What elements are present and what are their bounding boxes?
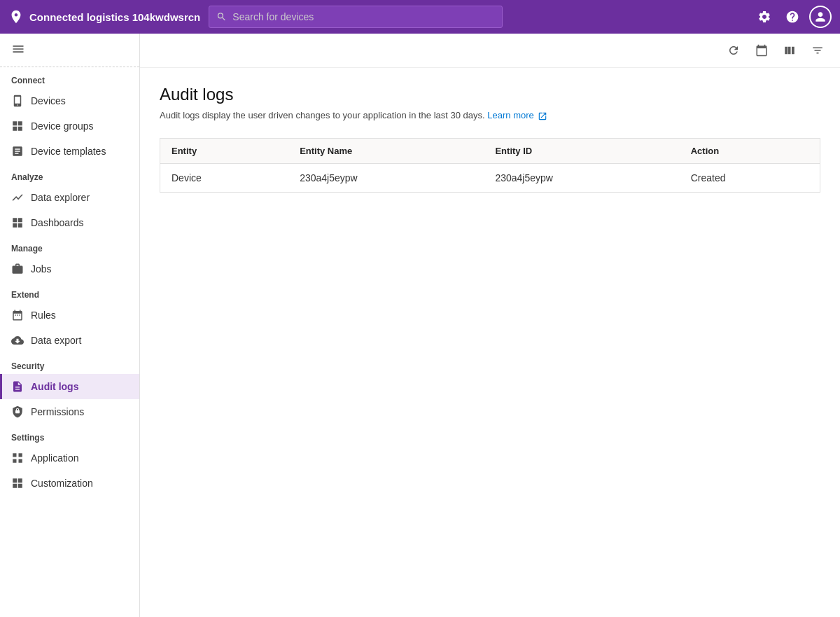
section-security-label: Security	[0, 353, 139, 374]
jobs-icon	[11, 263, 24, 275]
search-input[interactable]	[232, 11, 495, 22]
sidebar-item-audit-logs-label: Audit logs	[31, 381, 78, 392]
sidebar-item-permissions[interactable]: Permissions	[0, 399, 139, 424]
search-bar[interactable]	[209, 6, 503, 28]
data-export-icon	[11, 334, 24, 347]
page-content: Audit logs Audit logs display the user d…	[140, 68, 840, 209]
sidebar-item-dashboards-label: Dashboards	[31, 217, 84, 228]
permissions-icon	[11, 405, 24, 418]
sidebar-item-customization-label: Customization	[31, 478, 93, 489]
data-explorer-icon	[11, 191, 24, 204]
dashboards-icon	[11, 216, 24, 229]
sidebar-item-application-label: Application	[31, 452, 79, 464]
section-connect-label: Connect	[0, 67, 139, 88]
page-title: Audit logs	[160, 85, 820, 104]
main-content-area: Audit logs Audit logs display the user d…	[140, 34, 840, 617]
external-link-icon	[538, 111, 547, 121]
table-header-row: Entity Entity Name Entity ID Action	[160, 138, 820, 163]
audit-logs-icon	[11, 380, 24, 393]
topbar: Connected logistics 104kwdwsrcn	[0, 0, 840, 34]
location-pin-icon	[8, 9, 24, 25]
refresh-icon	[727, 44, 740, 57]
user-avatar[interactable]	[809, 6, 832, 28]
filter-button[interactable]	[806, 39, 829, 62]
sidebar-item-data-explorer-label: Data explorer	[31, 192, 90, 203]
sidebar-item-device-groups[interactable]: Device groups	[0, 113, 139, 139]
columns-button[interactable]	[778, 39, 801, 62]
col-entity-id: Entity ID	[484, 138, 679, 163]
table-row: Device 230a4j5eypw 230a4j5eypw Created	[160, 163, 820, 192]
sidebar-item-devices-label: Devices	[31, 95, 66, 106]
audit-logs-table: Entity Entity Name Entity ID Action Devi…	[160, 138, 820, 193]
customization-icon	[11, 477, 24, 490]
sidebar-item-audit-logs[interactable]: Audit logs	[0, 374, 139, 399]
sidebar-item-devices[interactable]: Devices	[0, 88, 139, 113]
section-settings-label: Settings	[0, 424, 139, 445]
cell-entity-name: 230a4j5eypw	[288, 163, 484, 192]
search-icon	[216, 11, 227, 22]
settings-button[interactable]	[753, 6, 776, 28]
sidebar-item-dashboards[interactable]: Dashboards	[0, 210, 139, 235]
sidebar-item-device-groups-label: Device groups	[31, 120, 94, 132]
learn-more-link[interactable]: Learn more	[487, 110, 547, 120]
app-title: Connected logistics 104kwdwsrcn	[29, 11, 200, 23]
cell-action: Created	[680, 163, 820, 192]
sidebar-item-device-templates[interactable]: Device templates	[0, 139, 139, 164]
sidebar-item-data-export-label: Data export	[31, 335, 81, 346]
cell-entity-id: 230a4j5eypw	[484, 163, 679, 192]
main-toolbar	[140, 34, 840, 68]
sidebar-item-rules[interactable]: Rules	[0, 303, 139, 328]
calendar-button[interactable]	[750, 39, 773, 62]
sidebar-item-data-export[interactable]: Data export	[0, 328, 139, 353]
sidebar-item-jobs-label: Jobs	[31, 263, 52, 275]
col-entity-name: Entity Name	[288, 138, 484, 163]
col-action: Action	[680, 138, 820, 163]
devices-icon	[11, 95, 24, 107]
sidebar-item-rules-label: Rules	[31, 310, 56, 321]
section-extend-label: Extend	[0, 282, 139, 303]
section-manage-label: Manage	[0, 235, 139, 256]
cell-entity: Device	[160, 163, 289, 192]
rules-icon	[11, 309, 24, 321]
section-analyze-label: Analyze	[0, 164, 139, 185]
application-icon	[11, 452, 24, 464]
col-entity: Entity	[160, 138, 289, 163]
sidebar-item-customization[interactable]: Customization	[0, 471, 139, 496]
sidebar-item-jobs[interactable]: Jobs	[0, 256, 139, 282]
calendar-icon	[755, 44, 768, 57]
sidebar-toggle[interactable]	[0, 34, 139, 67]
hamburger-icon	[11, 42, 25, 56]
sidebar-item-permissions-label: Permissions	[31, 406, 84, 417]
sidebar-item-data-explorer[interactable]: Data explorer	[0, 185, 139, 210]
device-templates-icon	[11, 145, 24, 158]
refresh-button[interactable]	[722, 39, 745, 62]
filter-icon	[811, 44, 824, 57]
layout: Connect Devices Device groups	[0, 34, 840, 617]
sidebar: Connect Devices Device groups	[0, 34, 140, 617]
page-description: Audit logs display the user driven chang…	[160, 110, 820, 121]
columns-icon	[783, 44, 796, 57]
sidebar-item-application[interactable]: Application	[0, 445, 139, 471]
topbar-actions	[753, 6, 832, 28]
device-groups-icon	[11, 120, 24, 132]
sidebar-item-device-templates-label: Device templates	[31, 146, 106, 157]
app-logo: Connected logistics 104kwdwsrcn	[8, 9, 200, 25]
help-button[interactable]	[781, 6, 804, 28]
